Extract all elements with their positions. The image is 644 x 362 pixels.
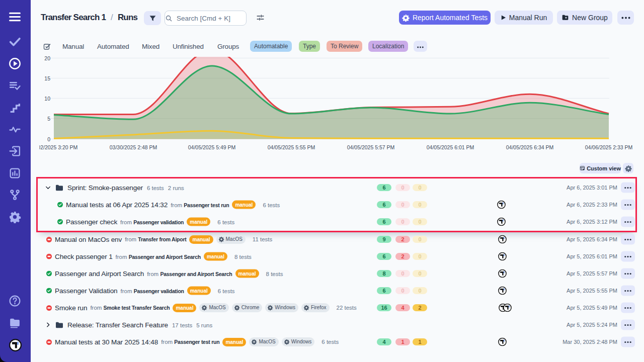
svg-text:5: 5 xyxy=(47,116,50,122)
svg-text:15: 15 xyxy=(44,75,50,81)
svg-text:04/05/2025 5:57 PM: 04/05/2025 5:57 PM xyxy=(347,144,395,150)
svg-text:03/30/2025 2:48 PM: 03/30/2025 2:48 PM xyxy=(110,144,157,150)
svg-text:04/05/2025 5:55 PM: 04/05/2025 5:55 PM xyxy=(268,144,315,150)
svg-text:04/06/2025 2:33 PM: 04/06/2025 2:33 PM xyxy=(585,144,633,150)
svg-text:04/05/2025 6:01 PM: 04/05/2025 6:01 PM xyxy=(427,144,474,150)
svg-text:04/05/2025 5:49 PM: 04/05/2025 5:49 PM xyxy=(188,144,236,150)
svg-text:20: 20 xyxy=(44,55,50,61)
svg-text:10: 10 xyxy=(44,96,50,102)
svg-text:04/05/2025 6:34 PM: 04/05/2025 6:34 PM xyxy=(506,144,554,150)
svg-text:03/02/2025 3:20 PM: 03/02/2025 3:20 PM xyxy=(30,144,78,150)
svg-text:0: 0 xyxy=(47,136,50,142)
